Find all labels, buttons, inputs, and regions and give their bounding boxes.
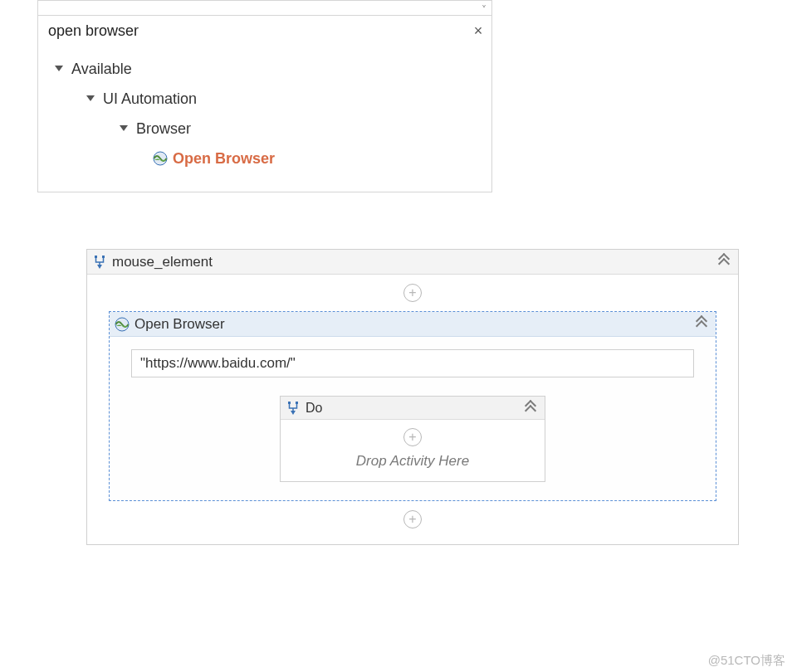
tree-node-label: UI Automation (103, 90, 197, 108)
insert-activity-row-bottom: + (87, 501, 738, 538)
insert-activity-row-top: + (87, 275, 738, 311)
tree-leaf-open-browser[interactable]: Open Browser (45, 144, 485, 173)
tree-node-label: Available (71, 61, 132, 78)
svg-marker-3 (97, 265, 102, 269)
chevron-double-up-icon (718, 253, 731, 266)
do-block-wrap: Do + Drop Activity Here (110, 387, 716, 500)
activity-header[interactable]: Open Browser (110, 312, 716, 337)
tree-node-available[interactable]: Available (45, 54, 485, 84)
do-block[interactable]: Do + Drop Activity Here (280, 396, 545, 482)
expand-caret-icon[interactable] (120, 123, 131, 134)
dropdown-arrow-icon[interactable]: ˅ (482, 4, 486, 16)
collapse-icon[interactable] (696, 315, 709, 333)
activity-tree: Available UI Automation Browser Open Bro… (38, 46, 491, 192)
activity-title: Open Browser (134, 316, 225, 333)
clear-search-icon[interactable]: × (470, 22, 486, 40)
do-body[interactable]: + Drop Activity Here (281, 420, 545, 481)
collapse-icon[interactable] (718, 253, 731, 270)
sequence-title: mouse_element (112, 254, 213, 270)
tree-node-browser[interactable]: Browser (45, 114, 485, 144)
do-header[interactable]: Do (281, 397, 545, 420)
tree-node-ui-automation[interactable]: UI Automation (45, 84, 485, 114)
watermark-text: @51CTO博客 (708, 653, 785, 669)
drop-hint-label: Drop Activity Here (356, 453, 469, 470)
search-row: × (38, 16, 491, 46)
do-title: Do (306, 401, 322, 416)
workflow-designer-panel: mouse_element + Open Browser (86, 249, 739, 545)
chevron-double-up-icon (696, 315, 709, 329)
svg-rect-1 (95, 256, 97, 258)
sequence-icon (286, 401, 301, 416)
url-input[interactable] (131, 349, 694, 377)
tree-node-label: Browser (136, 120, 191, 138)
chevron-double-up-icon (525, 400, 538, 413)
sequence-header[interactable]: mouse_element (87, 250, 738, 275)
activity-search-panel: ˅ × Available UI Automation Browser (37, 0, 492, 192)
globe-icon (115, 317, 130, 332)
search-input[interactable] (46, 22, 470, 41)
expand-caret-icon[interactable] (55, 63, 66, 75)
add-activity-button[interactable]: + (403, 284, 422, 302)
sequence-icon (92, 255, 107, 270)
activity-open-browser[interactable]: Open Browser (109, 311, 716, 501)
globe-icon (153, 151, 168, 166)
add-activity-button[interactable]: + (403, 510, 422, 528)
sequence-body: + Open Browser (87, 275, 738, 544)
svg-rect-2 (102, 256, 105, 258)
url-input-row (110, 337, 716, 387)
svg-rect-5 (288, 402, 291, 404)
tree-leaf-label: Open Browser (173, 150, 275, 168)
panel-top-trim: ˅ (38, 1, 491, 16)
svg-rect-6 (296, 402, 298, 404)
add-activity-button[interactable]: + (403, 428, 422, 446)
expand-caret-icon[interactable] (86, 93, 98, 105)
svg-marker-7 (291, 411, 296, 415)
collapse-icon[interactable] (525, 400, 538, 416)
